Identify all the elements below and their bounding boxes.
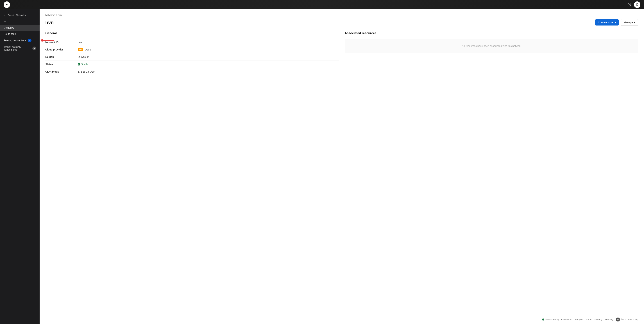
peering-connections-badge: 1 — [28, 39, 32, 42]
footer-status: Platform Fully Operational — [542, 318, 572, 321]
hashicorp-logo[interactable] — [4, 1, 10, 8]
sidebar-context: hvn — [0, 19, 40, 25]
footer: Platform Fully Operational Support Terms… — [40, 315, 644, 324]
content-inner: Networks / hvn hvn Create cluster ▾ Mana… — [40, 9, 644, 315]
cidr-value: 172.25.16.0/20 — [78, 70, 94, 73]
sidebar-item-overview-label: Overview — [4, 26, 14, 29]
sidebar-item-peering-label: Peering connections — [4, 39, 26, 42]
main-content: Networks / hvn hvn Create cluster ▾ Mana… — [40, 9, 644, 324]
cloud-provider-label: Cloud provider — [45, 48, 78, 51]
manage-chevron-icon: ▾ — [634, 21, 635, 24]
aws-icon: aws — [78, 48, 83, 51]
user-menu[interactable] — [634, 1, 640, 8]
footer-status-label: Platform Fully Operational — [545, 318, 572, 321]
associated-resources-box: No resources have been associated with t… — [345, 39, 638, 53]
footer-links: Support Terms Privacy Security — [575, 318, 613, 321]
red-arrow-annotation — [41, 38, 56, 43]
cloud-provider-row: Cloud provider aws AWS — [45, 46, 339, 53]
back-arrow-icon: ← — [4, 14, 6, 16]
status-green-dot — [542, 319, 544, 321]
sidebar-item-transit-label: Transit gateway attachments — [4, 45, 31, 51]
sidebar-item-transit-gateway[interactable]: Transit gateway attachments 0 — [0, 44, 40, 53]
main-layout: ← Back to Networks hvn Overview Route ta… — [0, 9, 644, 324]
sidebar-item-peering-connections[interactable]: Peering connections 1 — [0, 37, 40, 44]
status-row: Status Stable — [45, 61, 339, 68]
manage-button[interactable]: Manage ▾ — [620, 19, 638, 26]
create-cluster-button[interactable]: Create cluster ▾ — [595, 19, 619, 25]
general-section: General Network ID hvn Cloud provider aw… — [45, 31, 339, 75]
footer-privacy-link[interactable]: Privacy — [594, 318, 602, 321]
cidr-row: CIDR block 172.25.16.0/20 — [45, 68, 339, 75]
page-title: hvn — [45, 20, 54, 25]
breadcrumb-current: hvn — [58, 14, 62, 16]
chevron-down-icon: ▾ — [615, 21, 616, 24]
network-id-value: hvn — [78, 41, 82, 44]
status-indicator — [78, 63, 80, 66]
aws-logo: aws — [78, 48, 84, 51]
sidebar-item-route-table-label: Route table — [4, 32, 16, 35]
sidebar: ← Back to Networks hvn Overview Route ta… — [0, 9, 40, 324]
footer-copyright: H ©2021 HashiCorp — [616, 318, 638, 322]
network-id-row: Network ID hvn — [45, 39, 339, 46]
top-navigation — [0, 0, 644, 9]
nav-left — [4, 1, 10, 8]
sidebar-item-route-table[interactable]: Route table — [0, 31, 40, 37]
associated-resources-section: Associated resources No resources have b… — [345, 31, 638, 75]
aws-label: AWS — [86, 48, 91, 51]
breadcrumb-parent[interactable]: Networks — [45, 14, 55, 16]
back-to-networks-link[interactable]: ← Back to Networks — [0, 12, 40, 18]
nav-right — [628, 1, 640, 8]
region-row: Region us-west-2 — [45, 53, 339, 61]
back-link-label: Back to Networks — [8, 14, 26, 16]
create-cluster-label: Create cluster — [598, 21, 614, 24]
transit-gateway-badge: 0 — [32, 46, 36, 50]
breadcrumb: Networks / hvn — [45, 14, 638, 16]
associated-resources-title: Associated resources — [345, 31, 638, 35]
page-header: hvn Create cluster ▾ Manage ▾ — [45, 19, 638, 26]
status-text: Stable — [81, 63, 88, 66]
help-icon[interactable] — [628, 3, 631, 6]
region-label: Region — [45, 55, 78, 58]
cidr-label: CIDR block — [45, 70, 78, 73]
footer-terms-link[interactable]: Terms — [586, 318, 592, 321]
region-value: us-west-2 — [78, 55, 89, 58]
footer-hashicorp-icon: H — [616, 318, 620, 322]
status-value: Stable — [78, 63, 88, 66]
cloud-provider-value: aws AWS — [78, 48, 91, 51]
footer-security-link[interactable]: Security — [604, 318, 613, 321]
breadcrumb-separator: / — [56, 14, 57, 16]
two-column-layout: General Network ID hvn Cloud provider aw… — [45, 31, 638, 75]
manage-label: Manage — [624, 21, 633, 24]
general-section-title: General — [45, 31, 339, 35]
copyright-text: ©2021 HashiCorp — [621, 318, 638, 321]
no-resources-message: No resources have been associated with t… — [462, 44, 521, 47]
status-label: Status — [45, 63, 78, 66]
footer-support-link[interactable]: Support — [575, 318, 583, 321]
sidebar-item-overview[interactable]: Overview — [0, 25, 40, 31]
header-actions: Create cluster ▾ Manage ▾ — [595, 19, 638, 26]
